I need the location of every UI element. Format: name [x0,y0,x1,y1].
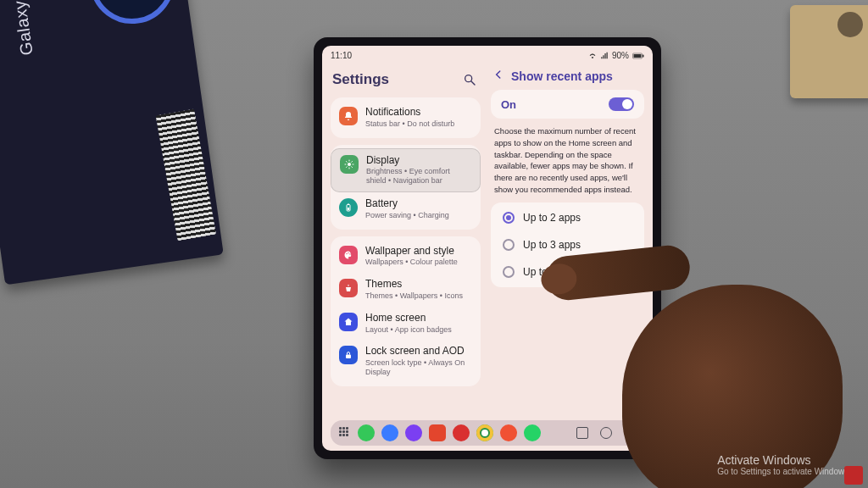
sidebar-item-sub: Wallpapers • Colour palette [365,258,458,267]
sidebar-item-label: Display [366,155,471,167]
svg-rect-15 [348,203,349,204]
radio-icon [503,266,515,278]
sidebar-item-sub: Status bar • Do not disturb [365,119,454,129]
watermark-title: Activate Windows [717,453,851,467]
radio-icon [503,239,515,251]
taskbar-app-record[interactable] [500,424,517,441]
option-label: Up to 3 apps [523,239,581,251]
svg-line-4 [471,81,475,85]
svg-rect-2 [643,54,644,57]
product-box: Galaxy Z Fold6 [0,0,224,285]
battery-icon [339,198,358,217]
sidebar-item-label: Wallpaper and style [365,246,458,258]
sidebar-item-sub: Brightness • Eye comfort shield • Naviga… [366,167,471,186]
windows-watermark: Activate Windows Go to Settings to activ… [717,453,851,476]
back-button[interactable] [492,69,504,83]
corner-logo [844,466,863,485]
sidebar-item-home-screen[interactable]: Home screen Layout • App icon badges [331,307,481,341]
search-button[interactable] [460,70,479,89]
radio-icon [503,212,515,224]
sidebar-item-sub: Power saving • Charging [365,211,449,220]
search-icon [463,73,476,86]
options-group: Up to 2 apps Up to 3 apps Up to 4 apps [491,202,644,287]
svg-point-18 [348,252,348,252]
option-up-to-3[interactable]: Up to 3 apps [494,231,641,258]
lock-icon [339,346,358,364]
sidebar-item-sub: Themes • Wallpapers • Icons [365,291,463,301]
svg-line-12 [347,166,348,167]
taskbar [331,420,644,446]
detail-title: Show recent apps [511,69,613,83]
page-title: Settings [332,71,389,88]
chevron-left-icon [492,69,504,80]
svg-rect-20 [346,355,351,359]
taskbar-app-bixby[interactable] [405,424,422,441]
taskbar-app-chrome[interactable] [476,424,493,441]
box-label: Galaxy Z Fold6 [1,0,37,57]
svg-rect-16 [348,208,349,210]
status-bar: 11:10 90% [322,46,653,62]
taskbar-app-whatsapp[interactable] [524,424,541,441]
nav-back-button[interactable] [624,427,636,439]
svg-point-17 [346,252,347,253]
svg-rect-1 [634,54,642,58]
nav-home-button[interactable] [600,427,612,439]
sidebar-item-label: Lock screen and AOD [365,346,472,358]
status-battery: 90% [612,51,629,60]
wifi-icon [588,52,597,60]
nav-recent-button[interactable] [576,427,588,439]
sidebar-item-display[interactable]: Display Brightness • Eye comfort shield … [331,148,481,192]
sidebar-item-themes[interactable]: Themes Themes • Wallpapers • Icons [331,273,481,307]
box-seal [84,0,180,30]
themes-icon [339,279,358,297]
detail-description: Choose the maximum number of recent apps… [491,125,644,202]
wooden-clamp [790,5,868,98]
home-icon [339,313,358,331]
settings-pane: Settings Notifications Status bar • Do n… [322,62,487,419]
toggle-label: On [501,98,516,111]
palette-icon [339,246,358,264]
toggle-switch[interactable] [609,97,634,111]
taskbar-app-flipboard[interactable] [429,424,446,441]
svg-point-3 [465,75,472,82]
sidebar-item-wallpaper[interactable]: Wallpaper and style Wallpapers • Colour … [331,240,481,274]
sidebar-item-label: Notifications [365,107,454,119]
sidebar-item-label: Battery [365,198,449,210]
battery-icon [632,53,644,59]
apps-drawer-button[interactable] [339,427,351,439]
status-time: 11:10 [331,51,352,60]
sidebar-item-sub: Screen lock type • Always On Display [365,358,472,377]
option-up-to-2[interactable]: Up to 2 apps [494,204,641,231]
signal-icon [600,52,609,60]
taskbar-app-phone[interactable] [358,424,375,441]
option-label: Up to 4 apps [523,266,581,278]
svg-line-10 [347,161,348,162]
bell-icon [339,107,358,125]
option-up-to-4[interactable]: Up to 4 apps [494,258,641,286]
sidebar-item-label: Home screen [365,313,452,324]
watermark-subtitle: Go to Settings to activate Windows. [717,467,851,476]
sidebar-item-sub: Layout • App icon badges [365,325,452,335]
detail-pane: Show recent apps On Choose the maximum n… [487,62,653,419]
tablet-screen: 11:10 90% Settings [322,46,653,451]
svg-line-13 [352,161,353,162]
svg-point-5 [348,163,351,166]
sidebar-item-lock-screen[interactable]: Lock screen and AOD Screen lock type • A… [331,340,481,382]
display-icon [340,155,359,174]
svg-point-19 [349,253,350,254]
sidebar-item-label: Themes [365,279,463,291]
taskbar-app-youtube[interactable] [453,424,470,441]
master-toggle[interactable]: On [491,90,644,119]
option-label: Up to 2 apps [523,212,581,224]
tablet-device: 11:10 90% Settings [314,37,661,459]
sidebar-item-battery[interactable]: Battery Power saving • Charging [331,192,481,226]
svg-line-11 [352,166,353,167]
taskbar-app-messages[interactable] [381,424,398,441]
chevron-left-icon [625,428,635,438]
sidebar-item-notifications[interactable]: Notifications Status bar • Do not distur… [331,101,481,135]
